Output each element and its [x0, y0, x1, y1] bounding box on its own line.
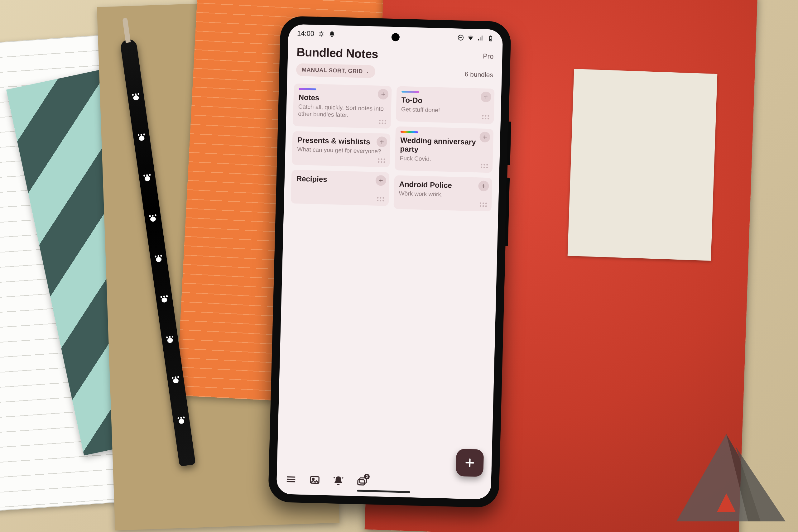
bundle-title: Wedding anniversary party [400, 136, 488, 155]
bottom-bar: 2 [276, 464, 491, 499]
bundle-card[interactable]: Android PoliceWörk wörk wörk. [393, 175, 492, 212]
bundle-title: Presents & wishlists [297, 136, 385, 147]
drag-handle-icon[interactable] [377, 197, 385, 203]
sort-chip[interactable]: MANUAL SORT, GRID [296, 63, 376, 78]
bundle-add-button[interactable] [479, 132, 490, 143]
svg-rect-3 [490, 39, 491, 40]
status-signal-icon [477, 35, 484, 42]
pro-badge[interactable]: Pro [483, 51, 494, 61]
bundle-add-button[interactable] [378, 89, 389, 100]
bundle-count: 6 bundles [464, 71, 493, 78]
bundle-card[interactable]: To-DoGet stuff done! [396, 86, 495, 124]
chevron-down-icon [365, 69, 370, 74]
status-time: 14:00 [297, 29, 315, 38]
bundle-description: Catch all, quickly. Sort notes into othe… [298, 103, 386, 120]
bundle-add-button[interactable] [375, 175, 386, 186]
bundle-title: Android Police [399, 180, 487, 191]
bundle-color-stripe [401, 91, 419, 93]
drag-handle-icon[interactable] [481, 164, 489, 170]
status-dnd-icon [457, 34, 464, 41]
menu-icon[interactable] [285, 473, 297, 485]
drag-handle-icon[interactable] [480, 203, 488, 209]
archive-badge: 2 [364, 474, 370, 479]
drag-handle-icon[interactable] [379, 120, 387, 126]
bundle-title: To-Do [401, 96, 489, 107]
bundle-title: Recipies [297, 174, 385, 185]
bundle-title: Notes [298, 93, 386, 104]
bundle-add-button[interactable] [478, 181, 489, 192]
bundle-add-button[interactable] [481, 91, 492, 102]
phone-screen: 14:00 [276, 24, 503, 499]
drag-handle-icon[interactable] [482, 115, 490, 121]
bundle-card[interactable]: Presents & wishlistsWhat can you get for… [292, 131, 391, 167]
bundle-color-stripe [401, 131, 418, 133]
phone-frame: 14:00 [268, 16, 512, 508]
bundle-description: What can you get for everyone? [297, 146, 385, 155]
status-battery-icon [487, 35, 494, 42]
status-bell-icon [328, 31, 336, 38]
bundle-card[interactable]: Wedding anniversary partyFuck Covid. [395, 127, 494, 173]
bundle-description: Get stuff done! [401, 105, 489, 115]
bundle-card[interactable]: NotesCatch all, quickly. Sort notes into… [293, 83, 392, 129]
bundle-add-button[interactable] [377, 136, 387, 147]
app-header: Bundled Notes Pro MANUAL SORT, GRID 6 bu… [287, 42, 502, 84]
bundle-color-stripe [299, 88, 316, 90]
bundle-card[interactable]: Recipies [291, 170, 390, 206]
reminders-icon[interactable] [332, 475, 344, 486]
status-wifi-icon [467, 34, 474, 41]
svg-rect-6 [358, 480, 364, 485]
app-title: Bundled Notes [297, 45, 378, 61]
svg-point-5 [313, 478, 314, 480]
sort-chip-label: MANUAL SORT, GRID [302, 66, 363, 75]
scene: 14:00 [0, 0, 798, 532]
gallery-icon[interactable] [309, 474, 320, 486]
svg-point-0 [320, 33, 323, 35]
drag-handle-icon[interactable] [378, 158, 386, 164]
gesture-nav-pill[interactable] [357, 490, 410, 493]
bundle-description: Wörk wörk wörk. [399, 190, 487, 200]
bundle-description: Fuck Covid. [400, 154, 488, 164]
bundle-grid: NotesCatch all, quickly. Sort notes into… [284, 78, 501, 216]
archive-icon[interactable]: 2 [356, 475, 368, 487]
status-app-icon [318, 31, 325, 38]
watermark-androidpolice [673, 431, 785, 526]
fab-new-bundle[interactable] [456, 449, 484, 477]
